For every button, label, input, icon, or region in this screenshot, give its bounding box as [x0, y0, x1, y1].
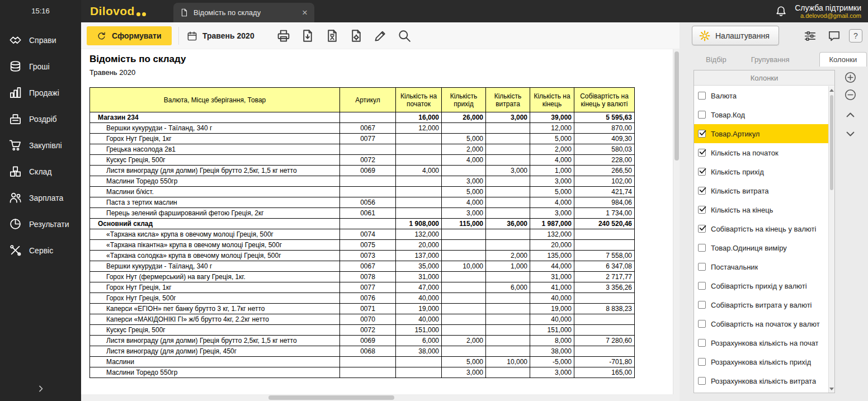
report-item-row[interactable]: Горох Нут Греція, 1кг00775,0005,000409,3… [90, 134, 635, 144]
checkbox-checked[interactable] [698, 187, 706, 195]
column-option[interactable]: Кількість на початок [694, 143, 828, 162]
panel-tab-hrupuvannia[interactable]: Групування [742, 53, 799, 67]
report-item-row[interactable]: Листя винограду (для долми) Греція брутт… [90, 166, 635, 176]
report-item-row[interactable]: Вершки кукурудзи - Таїланд, 340 г006712,… [90, 123, 635, 134]
column-option[interactable]: Собівартість на кінець у валюті [694, 219, 828, 238]
report-item-row[interactable]: «Тархана кисла» крупа в овечому молоці Г… [90, 229, 635, 240]
report-item-row[interactable]: Каперси «ЕГІОН» пет банку брутто 3 кг, 1… [90, 304, 635, 314]
help-button[interactable]: ? [849, 29, 862, 43]
sidebar-item-rezultaty[interactable]: Результати [0, 211, 81, 237]
remove-column-icon[interactable] [845, 89, 856, 101]
checkbox-unchecked[interactable] [698, 244, 706, 252]
column-option[interactable]: Товар.Код [694, 105, 828, 124]
add-column-icon[interactable] [845, 72, 856, 83]
checkbox-unchecked[interactable] [698, 92, 706, 100]
report-item-row[interactable]: Перець зелений фарширований фетою Греція… [90, 208, 635, 219]
report-item-row[interactable]: Кускус Греція, 500г00724,0004,000228,00 [90, 155, 635, 166]
sidebar-item-sklad[interactable]: Склад [0, 158, 81, 185]
move-down-icon[interactable] [845, 128, 856, 140]
sidebar-item-spravy[interactable]: Справи [0, 27, 81, 53]
checkbox-checked[interactable] [698, 206, 706, 214]
report-item-row[interactable]: Маслини Торедо 550гр3,0003,000102,00 [90, 176, 635, 187]
bell-icon[interactable] [775, 6, 787, 17]
move-up-icon[interactable] [845, 109, 856, 121]
vertical-scrollbar-thumb[interactable] [674, 51, 679, 161]
generate-button[interactable]: Сформувати [87, 26, 172, 45]
sidebar-item-servis[interactable]: Сервіс [0, 237, 81, 263]
panel-tab-vidbir[interactable]: Відбір [696, 53, 736, 67]
column-option[interactable]: Розрахункова кількість витрата [694, 371, 828, 390]
report-settings-icon[interactable] [349, 29, 364, 43]
document-tab[interactable]: Відомість по складу × [173, 3, 314, 22]
checkbox-unchecked[interactable] [698, 320, 706, 328]
report-item-row[interactable]: Маслини5,00010,000-5,000-701,80 [90, 357, 635, 367]
report-item-row[interactable]: Горох Нут (фермерський) на вагу Греція, … [90, 272, 635, 282]
column-option[interactable]: Валюта [694, 86, 828, 105]
sidebar-item-zarplata[interactable]: Зарплата [0, 185, 81, 211]
report-item-row[interactable]: Кускус Греція, 500г0072151,000151,000 [90, 325, 635, 336]
checkbox-unchecked[interactable] [698, 282, 706, 290]
panel-tab-kolonky[interactable]: Колонки [819, 52, 867, 67]
report-item-row[interactable]: «Тархана солодка» крупа в овечому молоці… [90, 251, 635, 261]
checkbox-checked[interactable] [698, 168, 706, 176]
checkbox-unchecked[interactable] [698, 111, 706, 119]
report-item-row[interactable]: Каперси «МАКІДОНІКІ ГІ» ж/б брутто 4кг, … [90, 314, 635, 325]
sidebar-item-rozdrib[interactable]: Роздріб [0, 106, 81, 132]
settings-button[interactable]: Налаштування [692, 26, 779, 45]
export-pdf-icon[interactable] [300, 29, 315, 43]
support-email[interactable]: a.delovod@gmail.com [795, 12, 861, 19]
report-item-row[interactable]: Листя винограду (для долми) Греція брутт… [90, 336, 635, 346]
column-option[interactable]: Кількість витрата [694, 181, 828, 200]
report-group-row[interactable]: Магазин 23416,00026,0003,00039,0005 595,… [90, 112, 635, 123]
report-item-row[interactable]: Листя винограду (для долми) Греція, 450г… [90, 346, 635, 357]
tab-close-icon[interactable]: × [302, 8, 308, 17]
column-option[interactable]: Собівартість на початок у валют [694, 314, 828, 333]
report-item-row[interactable]: Маслини б/кіст.5,0005,000421,74 [90, 187, 635, 197]
sidebar-item-prodazhi[interactable]: Продажі [0, 79, 81, 106]
checkbox-unchecked[interactable] [698, 377, 706, 385]
checkbox-checked[interactable] [698, 149, 706, 157]
columns-scrollbar-thumb[interactable] [830, 95, 833, 190]
column-option[interactable]: Кількість на кінець [694, 200, 828, 219]
scroll-up-arrow-icon[interactable] [829, 89, 834, 92]
report-item-row[interactable]: Вершки кукурудзи - Таїланд, 340 г006735,… [90, 261, 635, 272]
column-option[interactable]: Товар.Одиниця виміру [694, 238, 828, 257]
search-icon[interactable] [397, 29, 412, 43]
column-option-selected[interactable]: Товар.Артикул [694, 124, 828, 143]
report-horizontal-scrollbar[interactable] [81, 394, 673, 401]
column-option[interactable]: Постачальник [694, 257, 828, 276]
checkbox-unchecked[interactable] [698, 301, 706, 309]
checkbox-unchecked[interactable] [698, 263, 706, 271]
period-selector[interactable]: Травень 2020 [187, 27, 254, 45]
columns-list-scrollbar[interactable] [828, 86, 834, 393]
chat-icon[interactable] [828, 30, 841, 43]
edit-icon[interactable] [373, 29, 388, 43]
sidebar-item-zakupivli[interactable]: Закупівлі [0, 132, 81, 158]
report-item-row[interactable]: Грецька насолода 2в12,0002,000580,03 [90, 144, 635, 155]
checkbox-checked[interactable] [698, 130, 706, 138]
report-item-row[interactable]: Маслини Торедо 550гр3,0003,000165,00 [90, 367, 635, 378]
report-item-row[interactable]: Паста з тертих маслин00564,0004,000984,0… [90, 197, 635, 208]
scroll-down-arrow-icon[interactable] [829, 388, 834, 390]
report-item-row[interactable]: Горох Нут Греція, 500г007640,00040,000 [90, 293, 635, 304]
horizontal-scrollbar-thumb[interactable] [268, 395, 394, 400]
column-option[interactable]: Розрахункова кількість на почат [694, 333, 828, 352]
export-excel-icon[interactable] [325, 29, 339, 43]
print-icon[interactable] [276, 29, 291, 43]
checkbox-checked[interactable] [698, 225, 706, 233]
sidebar-collapse-button[interactable] [0, 384, 81, 393]
checkbox-unchecked[interactable] [698, 358, 706, 366]
cell-qty-in: 2,000 [442, 336, 486, 346]
report-item-row[interactable]: «Тархана пікантна» крупа в овечому молоц… [90, 240, 635, 251]
checkbox-unchecked[interactable] [698, 339, 706, 347]
sliders-icon[interactable] [804, 30, 817, 43]
column-option[interactable]: Собівартість витрата у валюті [694, 295, 828, 314]
column-option[interactable]: Кількість прихід [694, 162, 828, 181]
column-option[interactable]: Розрахункова кількість прихід [694, 352, 828, 371]
dilovod-logo[interactable]: Dilovod [90, 0, 146, 22]
column-option[interactable]: Собівартість прихід у валюті [694, 276, 828, 295]
sidebar-item-hroshi[interactable]: Гроші [0, 53, 81, 79]
report-vertical-scrollbar[interactable] [673, 49, 680, 394]
report-group-row[interactable]: Основний склад1 908,000115,00036,0001 98… [90, 219, 635, 229]
report-item-row[interactable]: Горох Нут Греція, 1кг007747,0006,00041,0… [90, 282, 635, 293]
